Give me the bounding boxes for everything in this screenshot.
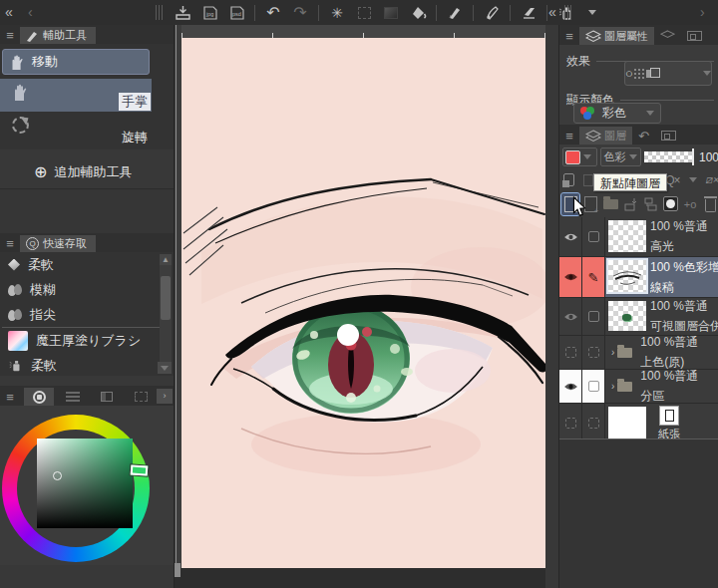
layer-property-menu-icon[interactable]: ≡ (559, 28, 579, 45)
subtool-item-move[interactable]: 移動 (2, 49, 150, 75)
merge-down-button[interactable] (641, 193, 659, 215)
visibility-toggle[interactable] (559, 298, 582, 335)
tab-subtool[interactable]: 輔助工具 (20, 27, 96, 44)
layer-checkbox[interactable] (582, 404, 605, 442)
palette-color-button[interactable] (562, 147, 597, 166)
layer-checkbox[interactable] (582, 370, 605, 403)
quick-access-menu-icon[interactable]: ≡ (0, 235, 20, 252)
layer-thumbnail[interactable] (608, 301, 646, 331)
qa-scrollbar[interactable]: ▲ (160, 254, 172, 366)
scroll-up-icon[interactable]: ▲ (160, 254, 172, 265)
undo-icon[interactable]: ↶ (262, 3, 284, 23)
chevron-down-icon[interactable] (689, 177, 697, 182)
marquee-icon[interactable] (353, 3, 375, 23)
enable-mask-icon[interactable]: Q× (665, 173, 679, 187)
tab-color-mixing[interactable] (126, 388, 156, 406)
reference-layer-icon[interactable] (583, 174, 593, 186)
subtool-item-hand[interactable]: 手掌 (0, 79, 152, 112)
panel-expand-icon[interactable]: › (700, 0, 705, 25)
visibility-toggle[interactable] (559, 336, 582, 369)
layer-row-lineart[interactable]: ✎ 100 %色彩增 線稿 (559, 257, 718, 298)
subtool-item-rotate[interactable]: 旋轉 (0, 112, 174, 149)
color-menu-icon[interactable]: ≡ (0, 389, 20, 406)
auto-select-icon[interactable]: ✳ (326, 3, 348, 23)
layer-checkbox[interactable] (582, 217, 605, 256)
layer-thumbnail[interactable] (608, 260, 646, 292)
chevron-down-icon[interactable] (703, 71, 711, 76)
export-jpg-icon[interactable]: jpg (198, 3, 220, 23)
halftone-icon[interactable] (633, 68, 646, 79)
bucket-icon[interactable] (407, 3, 429, 23)
save-icon[interactable] (172, 3, 193, 23)
blend-mode-select[interactable]: 色彩 (600, 147, 641, 166)
create-mask-button[interactable] (661, 193, 679, 215)
new-folder-button[interactable] (601, 193, 619, 215)
panel-collapse-icon[interactable]: « (548, 0, 556, 25)
export-psd-icon[interactable]: psd (225, 3, 247, 23)
subtool-menu-icon[interactable]: ≡ (0, 27, 20, 44)
saturation-value-square[interactable] (37, 439, 133, 528)
layer-row-section-folder[interactable]: › 100 %普通 分區 (559, 370, 718, 404)
add-subtool-button[interactable]: ⊕ 追加輔助工具 (0, 155, 174, 189)
sv-cursor[interactable] (53, 471, 62, 480)
tab-layer-property[interactable]: 圖層屬性 (579, 27, 654, 45)
chevron-down-icon[interactable] (581, 3, 603, 23)
layer-row-highlight[interactable]: 100 %普通 高光 (559, 217, 718, 257)
tab-color-sliders[interactable] (58, 388, 88, 406)
layer-row-color-folder[interactable]: › 100 %普通 上色(原) (559, 336, 718, 370)
layer-color-icon[interactable] (646, 68, 658, 79)
layer-row-paper[interactable]: 紙張 (559, 404, 718, 443)
layer-thumbnail[interactable] (608, 220, 646, 252)
redo-icon[interactable]: ↷ (289, 3, 311, 23)
visibility-toggle[interactable] (559, 257, 582, 297)
qa-scroll-down-button[interactable] (158, 362, 172, 374)
scrollbar-thumb[interactable] (161, 276, 171, 320)
opacity-slider[interactable] (644, 151, 692, 162)
pen-icon[interactable] (444, 3, 466, 23)
tab-quick-access[interactable]: Q 快速存取 (20, 235, 96, 252)
border-effect-icon[interactable]: ○ (625, 66, 633, 81)
expand-arrow-icon[interactable]: › (611, 347, 614, 358)
canvas-page[interactable] (181, 38, 545, 568)
qa-item-maou-brush[interactable]: 魔王厚塗りブラシ (0, 328, 174, 353)
panel-splitter[interactable] (176, 25, 177, 588)
scrollbar-notch[interactable] (175, 563, 180, 577)
apply-mask-button[interactable]: +o (681, 193, 699, 215)
qa-item-soft-eraser[interactable]: 柔軟 (0, 252, 174, 277)
tab-layer-history[interactable]: ↶ (632, 127, 655, 145)
layer-checkbox[interactable] (582, 298, 605, 335)
tab-color-set[interactable] (92, 388, 122, 406)
toolbar-grip[interactable] (156, 5, 163, 20)
eraser-icon[interactable] (518, 3, 539, 23)
pen-tab-icon (26, 30, 39, 42)
brush-pen-icon[interactable] (481, 3, 503, 23)
clip-below-icon[interactable] (563, 173, 574, 186)
qa-item-blur[interactable]: 模糊 (0, 277, 174, 302)
layer-thumbnail[interactable] (608, 407, 646, 439)
layer-panel-menu-icon[interactable]: ≡ (559, 128, 579, 145)
qa-item-fingertip[interactable]: 指尖 (0, 302, 174, 327)
layer-checkbox[interactable] (582, 336, 605, 369)
tab-layer-search[interactable] (654, 27, 681, 45)
expand-arrow-icon[interactable]: › (611, 381, 614, 392)
ruler-visibility-icon[interactable]: ⧄× (704, 173, 718, 186)
panel-grip[interactable] (564, 5, 571, 20)
display-color-select[interactable]: 彩色 (573, 103, 661, 124)
hue-cursor[interactable] (131, 464, 149, 475)
gradient-icon[interactable] (380, 3, 402, 23)
delete-layer-button[interactable] (701, 193, 718, 215)
draw-target-indicator[interactable]: ✎ (582, 257, 605, 297)
qa-item-soft-airbrush[interactable]: 柔軟 (0, 353, 174, 376)
tab-color-wheel[interactable] (24, 388, 54, 406)
back-icon[interactable]: ‹ (28, 0, 33, 25)
tab-animation[interactable] (681, 27, 708, 45)
transfer-down-button[interactable] (621, 193, 639, 215)
collapse-left-icon[interactable]: « (5, 0, 13, 25)
tab-timeline[interactable] (655, 127, 682, 145)
visibility-toggle[interactable] (559, 217, 582, 256)
visibility-toggle[interactable] (559, 404, 582, 442)
tab-layers[interactable]: 圖層 (579, 127, 632, 145)
panel-corner-button[interactable]: › (157, 389, 173, 404)
visibility-toggle[interactable] (559, 370, 582, 403)
layer-row-merged[interactable]: 100 %普通 可視圖層合併( (559, 298, 718, 336)
